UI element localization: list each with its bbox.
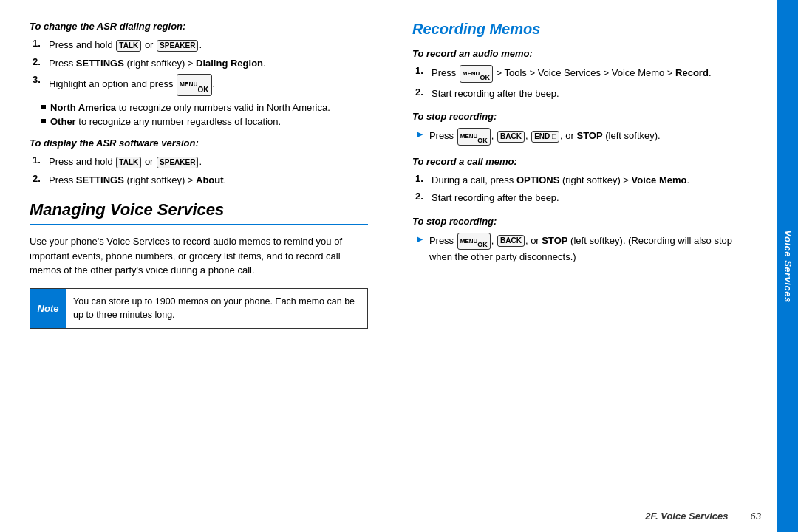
stop-recording-2-arrow: ► Press MENUOK, BACK, or STOP (left soft…: [412, 233, 751, 265]
step-num: 1.: [415, 65, 429, 83]
audio-memo-steps: 1. Press MENUOK > Tools > Voice Services…: [412, 65, 751, 100]
audio-memo-heading: To record an audio memo:: [412, 48, 751, 59]
title-underline: [30, 224, 368, 225]
step-num: 1.: [33, 154, 46, 169]
bullet-text: North America to recognize only numbers …: [50, 102, 330, 113]
talk-btn: TALK: [116, 40, 141, 52]
step-content: Press MENUOK > Tools > Voice Services > …: [432, 65, 712, 83]
note-label: Note: [30, 289, 66, 329]
step-content: Start recording after the beep.: [432, 191, 559, 205]
footer-page: 63: [751, 511, 761, 522]
step-content: Press and hold TALK or SPEAKER.: [49, 154, 202, 169]
main-content: To change the ASR dialing region: 1. Pre…: [0, 0, 777, 532]
bullet-text: Other to recognize any number regardless…: [50, 116, 281, 127]
list-item: Other to recognize any number regardless…: [41, 116, 368, 127]
speaker-btn: SPEAKER: [157, 157, 198, 168]
step-content: Start recording after the beep.: [432, 86, 559, 101]
step-num: 1.: [415, 173, 429, 188]
step-num: 2.: [415, 86, 429, 101]
right-column: Recording Memos To record an audio memo:…: [405, 21, 751, 511]
menu-ok-btn: MENUOK: [460, 65, 493, 83]
back-btn: BACK: [497, 235, 525, 247]
stop-recording-1-heading: To stop recording:: [412, 111, 751, 122]
stop-recording-2-heading: To stop recording:: [412, 216, 751, 227]
arrow-icon: ►: [415, 233, 425, 245]
left-column: To change the ASR dialing region: 1. Pre…: [30, 21, 383, 511]
list-item: 1. Press and hold TALK or SPEAKER.: [30, 154, 368, 169]
managing-body-text: Use your phone's Voice Services to recor…: [30, 234, 368, 278]
list-item: 3. Highlight an option and press MENUOK.: [30, 74, 368, 96]
arrow-icon: ►: [415, 129, 425, 140]
step-num: 3.: [33, 74, 46, 96]
asr-version-steps: 1. Press and hold TALK or SPEAKER. 2. Pr…: [30, 154, 368, 187]
list-item: 2. Press SETTINGS (right softkey) > Dial…: [30, 56, 368, 71]
step-content: Press and hold TALK or SPEAKER.: [49, 38, 202, 52]
stop-recording-1-text: Press MENUOK, BACK, END □, or STOP (left…: [429, 128, 661, 146]
end-btn: END □: [531, 131, 559, 143]
stop-recording-1-arrow: ► Press MENUOK, BACK, END □, or STOP (le…: [412, 128, 751, 146]
step-num: 2.: [33, 173, 46, 188]
asr-dialing-heading: To change the ASR dialing region:: [30, 21, 368, 32]
call-memo-steps: 1. During a call, press OPTIONS (right s…: [412, 173, 751, 205]
step-content: Highlight an option and press MENUOK.: [49, 74, 215, 96]
asr-dialing-steps: 1. Press and hold TALK or SPEAKER. 2. Pr…: [30, 38, 368, 96]
note-box: Note You can store up to 1900 memos on y…: [30, 288, 368, 330]
list-item: North America to recognize only numbers …: [41, 102, 368, 113]
back-btn: BACK: [497, 131, 525, 143]
footer-section: 2F. Voice Services: [645, 511, 728, 522]
list-item: 2. Start recording after the beep.: [412, 191, 751, 205]
speaker-btn: SPEAKER: [157, 40, 198, 52]
note-content: You can store up to 1900 memos on your p…: [66, 289, 367, 329]
menu-ok-btn: MENUOK: [457, 128, 491, 146]
call-memo-heading: To record a call memo:: [412, 156, 751, 167]
list-item: 2. Start recording after the beep.: [412, 86, 751, 101]
managing-voice-services-title: Managing Voice Services: [30, 200, 368, 219]
side-tab-label: Voice Services: [782, 230, 794, 302]
footer: 2F. Voice Services 63: [645, 511, 761, 522]
recording-memos-title: Recording Memos: [412, 21, 751, 38]
list-item: 2. Press SETTINGS (right softkey) > Abou…: [30, 173, 368, 188]
bullet-icon: [41, 119, 46, 123]
step-num: 2.: [33, 56, 46, 71]
menu-ok-btn: MENUOK: [457, 233, 491, 250]
list-item: 1. Press and hold TALK or SPEAKER.: [30, 38, 368, 52]
asr-version-heading: To display the ASR software version:: [30, 137, 368, 149]
bullet-icon: [41, 105, 46, 109]
step-num: 1.: [33, 38, 46, 52]
page-container: To change the ASR dialing region: 1. Pre…: [0, 0, 798, 532]
talk-btn: TALK: [116, 157, 141, 168]
step-num: 2.: [415, 191, 429, 205]
asr-dialing-bullets: North America to recognize only numbers …: [41, 102, 368, 127]
voice-services-side-tab: Voice Services: [777, 0, 798, 532]
list-item: 1. During a call, press OPTIONS (right s…: [412, 173, 751, 188]
stop-recording-2-text: Press MENUOK, BACK, or STOP (left softke…: [429, 233, 751, 265]
step-content: During a call, press OPTIONS (right soft…: [432, 173, 689, 188]
step-content: Press SETTINGS (right softkey) > Dialing…: [49, 56, 266, 71]
menu-ok-btn: MENUOK: [177, 74, 212, 96]
list-item: 1. Press MENUOK > Tools > Voice Services…: [412, 65, 751, 83]
step-content: Press SETTINGS (right softkey) > About.: [49, 173, 226, 188]
